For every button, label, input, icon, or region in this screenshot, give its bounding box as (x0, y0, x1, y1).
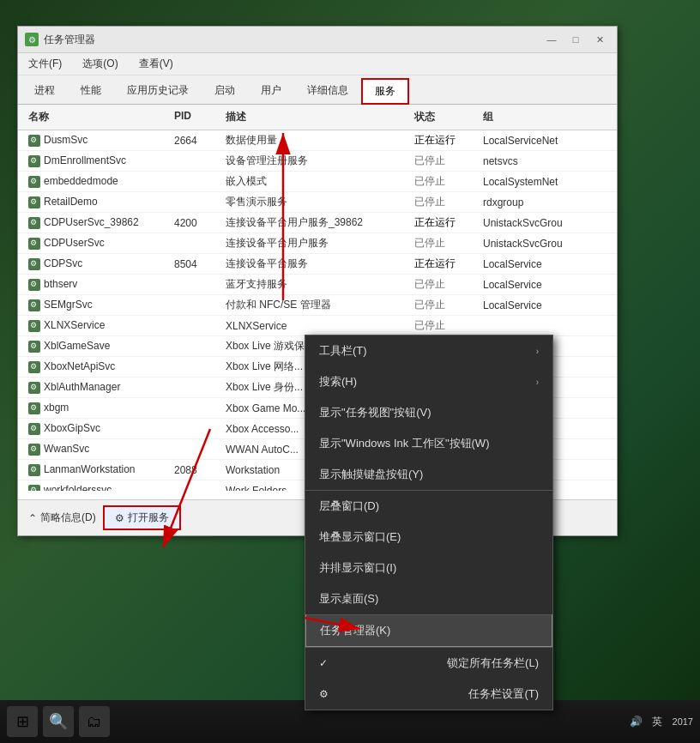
table-row[interactable]: XLNXService XLNXService 已停止 (18, 316, 617, 336)
context-menu-item-10[interactable]: ✓锁定所有任务栏(L) (305, 647, 552, 679)
menu-view[interactable]: 查看(V) (136, 55, 177, 73)
table-row[interactable]: embeddedmode 嵌入模式 已停止 LocalSystemNet (18, 172, 617, 192)
table-header: 名称 PID 描述 状态 组 (18, 105, 617, 130)
minimize-button[interactable]: — (541, 32, 562, 47)
cell-pid: 4200 (171, 216, 222, 230)
context-menu-item-3[interactable]: 显示"Windows Ink 工作区"按钮(W) (305, 428, 552, 459)
cell-status: 正在运行 (411, 214, 480, 231)
menu-file[interactable]: 文件(F) (25, 55, 65, 73)
menu-options[interactable]: 选项(O) (79, 55, 121, 73)
cell-name: WwanSvc (25, 442, 171, 456)
cell-pid (171, 346, 222, 347)
cell-pid (171, 366, 222, 368)
tab-users[interactable]: 用户 (248, 78, 294, 104)
taskbar-right: 🔊 英 2017 (628, 713, 693, 730)
tab-details[interactable]: 详细信息 (294, 78, 361, 104)
submenu-arrow-icon: › (536, 378, 539, 387)
tab-app-history[interactable]: 应用历史记录 (114, 78, 202, 104)
ctx-item-label: 工具栏(T) (319, 343, 367, 359)
table-row[interactable]: DusmSvc 2664 数据使用量 正在运行 LocalServiceNet (18, 130, 617, 151)
cell-pid: 2088 (171, 463, 222, 477)
context-menu-item-11[interactable]: ⚙任务栏设置(T) (305, 679, 552, 710)
tab-services[interactable]: 服务 (361, 78, 409, 105)
service-icon (28, 361, 40, 373)
cell-name: XboxNetApiSvc (25, 359, 171, 374)
maximize-button[interactable]: □ (565, 32, 586, 47)
col-header-desc: 描述 (222, 108, 411, 126)
cell-name: embeddedmode (25, 174, 171, 189)
service-icon (28, 155, 40, 167)
table-row[interactable]: CDPUserSvc 连接设备平台用户服务 已停止 UnistackSvcGro… (18, 233, 617, 254)
cell-desc: XLNXService (222, 319, 411, 333)
cell-group: LocalService (480, 278, 600, 292)
tab-startup[interactable]: 启动 (202, 78, 248, 104)
ctx-item-label: 堆叠显示窗口(E) (319, 529, 401, 545)
table-row[interactable]: CDPSvc 8504 连接设备平台服务 正在运行 LocalService (18, 254, 617, 275)
col-header-status: 状态 (411, 108, 480, 126)
col-header-name: 名称 (25, 108, 171, 126)
service-icon (28, 423, 40, 435)
taskbar-icon-1[interactable]: 🔍 (43, 706, 74, 737)
cell-name: SEMgrSvc (25, 298, 171, 312)
cell-pid (171, 305, 222, 306)
cell-status: 已停止 (411, 153, 480, 169)
cell-name: bthserv (25, 277, 171, 292)
cell-pid (171, 284, 222, 286)
context-menu-item-2[interactable]: 显示"任务视图"按钮(V) (305, 397, 552, 428)
start-button[interactable]: ⊞ (7, 706, 38, 737)
service-icon (28, 341, 40, 353)
table-row[interactable]: DmEnrollmentSvc 设备管理注册服务 已停止 netsvcs (18, 151, 617, 172)
table-row[interactable]: bthserv 蓝牙支持服务 已停止 LocalService (18, 275, 617, 295)
service-icon (28, 196, 40, 208)
ctx-item-label: 显示"任务视图"按钮(V) (319, 405, 431, 420)
table-row[interactable]: SEMgrSvc 付款和 NFC/SE 管理器 已停止 LocalService (18, 295, 617, 316)
cell-pid (171, 387, 222, 389)
cell-name: CDPUserSvc_39862 (25, 215, 171, 230)
cell-pid (171, 160, 222, 162)
cell-pid (171, 428, 222, 430)
ctx-item-label: 并排显示窗口(I) (319, 560, 396, 576)
cell-name: xbgm (25, 401, 171, 415)
ctx-item-label: 任务管理器(K) (320, 623, 390, 638)
cell-name: CDPUserSvc (25, 236, 171, 251)
cell-status: 已停止 (411, 194, 480, 210)
brief-info-button[interactable]: ⌃ 简略信息(D) (28, 510, 96, 525)
context-menu-item-5[interactable]: 层叠窗口(D) (305, 490, 552, 522)
cell-group: UnistackSvcGrou (480, 216, 600, 230)
context-menu-item-9[interactable]: 任务管理器(K) (305, 614, 552, 647)
tab-process[interactable]: 进程 (21, 78, 68, 104)
context-menu-item-6[interactable]: 堆叠显示窗口(E) (305, 522, 552, 553)
cell-desc: 付款和 NFC/SE 管理器 (222, 297, 411, 313)
cell-status: 已停止 (411, 276, 480, 293)
title-bar-controls: — □ ✕ (541, 32, 610, 47)
cell-name: LanmanWorkstation (25, 462, 171, 477)
ctx-item-label: 搜索(H) (319, 374, 357, 390)
ctx-item-label: 层叠窗口(D) (319, 498, 379, 514)
cell-group: LocalService (480, 257, 600, 271)
tray-volume-icon[interactable]: 🔊 (628, 713, 645, 730)
cell-status: 已停止 (411, 317, 480, 334)
context-menu-item-4[interactable]: 显示触摸键盘按钮(Y) (305, 459, 552, 490)
cell-name: XblGameSave (25, 339, 171, 353)
service-icon (28, 238, 40, 250)
tab-performance[interactable]: 性能 (68, 78, 114, 104)
cell-desc: 数据使用量 (222, 132, 411, 148)
cell-desc: 连接设备平台用户服务_39862 (222, 214, 411, 231)
close-button[interactable]: ✕ (589, 32, 610, 47)
open-service-button[interactable]: ⚙ 打开服务 (103, 505, 181, 530)
cell-group: LocalServiceNet (480, 134, 600, 148)
ctx-item-label: 显示触摸键盘按钮(Y) (319, 467, 423, 482)
context-menu-item-1[interactable]: 搜索(H)› (305, 366, 552, 397)
service-icon (28, 176, 40, 188)
cell-name: XLNXService (25, 318, 171, 333)
table-row[interactable]: CDPUserSvc_39862 4200 连接设备平台用户服务_39862 正… (18, 213, 617, 233)
system-tray: 🔊 英 (628, 713, 666, 730)
ctx-item-label: 显示"Windows Ink 工作区"按钮(W) (319, 436, 489, 451)
context-menu-item-7[interactable]: 并排显示窗口(I) (305, 553, 552, 583)
context-menu-item-0[interactable]: 工具栏(T)› (305, 335, 552, 366)
table-row[interactable]: RetailDemo 零售演示服务 已停止 rdxgroup (18, 192, 617, 213)
tray-lang-icon[interactable]: 英 (649, 713, 666, 730)
cell-group: UnistackSvcGrou (480, 237, 600, 251)
taskbar-icon-2[interactable]: 🗂 (79, 706, 110, 737)
context-menu-item-8[interactable]: 显示桌面(S) (305, 583, 552, 614)
